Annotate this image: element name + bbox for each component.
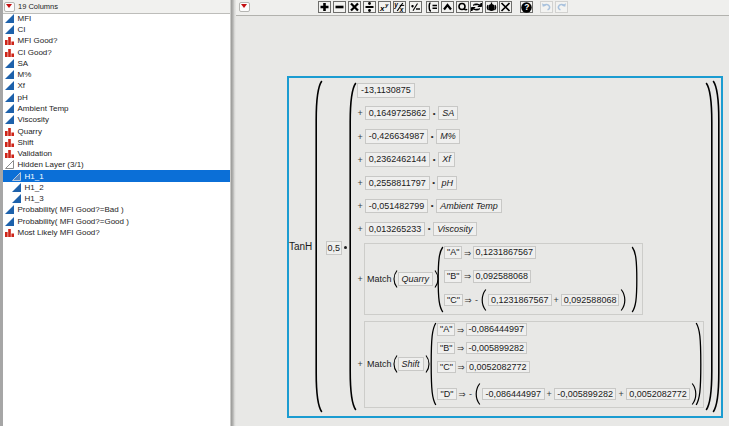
svg-text:x: x: [379, 4, 385, 13]
svg-text:?: ?: [524, 2, 529, 12]
svg-text:y: y: [384, 2, 389, 8]
svg-text:x: x: [399, 6, 404, 12]
svg-text:y: y: [394, 2, 398, 9]
